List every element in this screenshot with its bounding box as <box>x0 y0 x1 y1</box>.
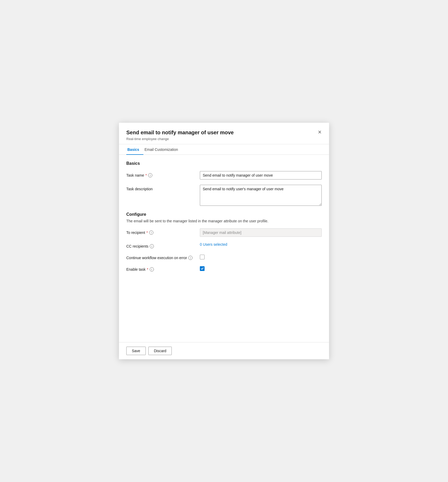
to-recipient-required: * <box>147 230 148 235</box>
save-button[interactable]: Save <box>126 347 146 355</box>
enable-task-required: * <box>147 267 148 271</box>
enable-task-info-icon[interactable]: i <box>150 267 154 271</box>
dialog-title: Send email to notify manager of user mov… <box>126 129 322 136</box>
enable-task-row: Enable task * i <box>126 265 322 271</box>
configure-description: The email will be sent to the manager li… <box>126 219 322 223</box>
enable-task-label: Enable task * i <box>126 265 200 271</box>
dialog-subtitle: Real-time employee change <box>126 137 322 141</box>
tab-email-customization[interactable]: Email Customization <box>143 144 182 155</box>
dialog-header: Send email to notify manager of user mov… <box>119 123 329 144</box>
task-name-label: Task name * i <box>126 171 200 177</box>
task-description-control <box>200 185 322 207</box>
configure-section-title: Configure <box>126 212 322 217</box>
cc-recipients-label: CC recipients i <box>126 242 200 248</box>
to-recipient-row: To recipient * i [Manager mail attribute… <box>126 228 322 237</box>
task-description-label: Task description <box>126 185 200 191</box>
continue-workflow-checkbox[interactable] <box>200 255 205 259</box>
basics-section-title: Basics <box>126 161 322 166</box>
close-icon: ✕ <box>318 129 322 135</box>
tab-basics[interactable]: Basics <box>126 144 143 155</box>
cc-recipients-link[interactable]: 0 Users selected <box>200 242 227 247</box>
dialog-footer: Save Discard <box>119 342 329 359</box>
continue-workflow-checkbox-wrapper <box>200 254 322 259</box>
discard-button[interactable]: Discard <box>148 347 172 355</box>
close-button[interactable]: ✕ <box>315 128 324 136</box>
cc-recipients-row: CC recipients i 0 Users selected <box>126 242 322 248</box>
task-name-row: Task name * i <box>126 171 322 180</box>
to-recipient-info-icon[interactable]: i <box>149 230 153 235</box>
task-name-input[interactable] <box>200 171 322 180</box>
cc-recipients-control: 0 Users selected <box>200 242 322 247</box>
task-name-required: * <box>145 173 147 177</box>
dialog-body: Basics Task name * i Task description <box>119 155 329 342</box>
tabs: Basics Email Customization <box>119 144 329 155</box>
continue-workflow-control <box>200 254 322 259</box>
enable-task-control <box>200 265 322 271</box>
continue-workflow-row: Continue workflow execution on error i <box>126 254 322 260</box>
continue-workflow-info-icon[interactable]: i <box>188 256 192 260</box>
to-recipient-control: [Manager mail attribute] <box>200 228 322 237</box>
cc-recipients-info-icon[interactable]: i <box>150 244 154 248</box>
to-recipient-readonly: [Manager mail attribute] <box>200 228 322 237</box>
task-name-info-icon[interactable]: i <box>148 173 152 177</box>
task-description-row: Task description <box>126 185 322 207</box>
task-description-input[interactable] <box>200 185 322 206</box>
to-recipient-label: To recipient * i <box>126 228 200 235</box>
task-name-control <box>200 171 322 180</box>
enable-task-checkbox-wrapper <box>200 265 322 271</box>
dialog: Send email to notify manager of user mov… <box>119 123 329 359</box>
continue-workflow-label: Continue workflow execution on error i <box>126 254 200 260</box>
enable-task-checkbox[interactable] <box>200 266 205 271</box>
